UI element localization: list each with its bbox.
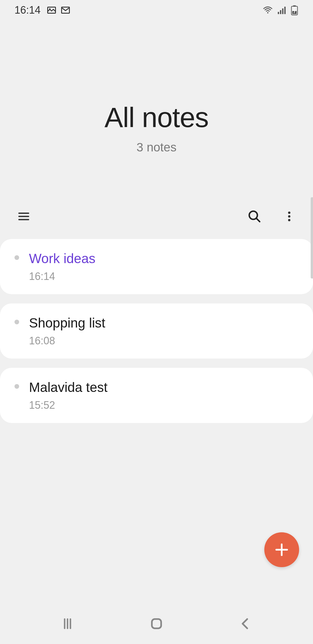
note-bullet-icon [14, 255, 19, 260]
picture-icon [46, 5, 57, 15]
scroll-indicator[interactable] [311, 197, 313, 278]
status-bar-left: 16:14 [14, 4, 71, 16]
battery-icon [290, 5, 299, 15]
svg-rect-7 [284, 7, 286, 14]
note-title: Shopping list [29, 315, 299, 331]
home-button[interactable] [138, 611, 175, 636]
status-time: 16:14 [14, 4, 41, 16]
navigation-bar [0, 603, 313, 644]
note-timestamp: 16:08 [29, 335, 299, 347]
more-vertical-icon [283, 210, 296, 223]
svg-point-3 [267, 12, 269, 14]
wifi-icon [263, 5, 273, 15]
header: All notes 3 notes [0, 20, 313, 195]
svg-point-18 [288, 219, 290, 221]
svg-point-1 [49, 8, 51, 10]
recents-button[interactable] [49, 611, 86, 636]
svg-rect-9 [293, 6, 296, 7]
toolbar-left [14, 207, 33, 226]
notes-count: 3 notes [0, 140, 313, 154]
search-button[interactable] [245, 207, 264, 226]
back-icon [239, 617, 252, 631]
note-bullet-icon [14, 384, 19, 389]
status-bar-right [263, 5, 299, 15]
svg-rect-4 [278, 12, 279, 14]
note-title: Work ideas [29, 251, 299, 266]
note-title: Malavida test [29, 379, 299, 395]
toolbar [0, 195, 313, 233]
home-icon [150, 617, 163, 631]
notes-list: Work ideas 16:14 Shopping list 16:08 Mal… [0, 239, 313, 423]
svg-rect-6 [282, 8, 284, 14]
note-item[interactable]: Malavida test 15:52 [0, 368, 313, 423]
note-timestamp: 16:14 [29, 270, 299, 283]
more-options-button[interactable] [280, 207, 299, 226]
signal-icon [276, 5, 287, 15]
search-icon [248, 209, 261, 223]
plus-icon [274, 542, 290, 558]
page-title: All notes [0, 102, 313, 133]
status-bar: 16:14 [0, 0, 313, 20]
menu-button[interactable] [14, 207, 33, 226]
add-note-button[interactable] [264, 532, 299, 567]
status-icons-left [46, 5, 71, 15]
svg-point-17 [288, 215, 290, 218]
back-button[interactable] [227, 611, 264, 636]
svg-point-16 [288, 211, 290, 214]
note-item[interactable]: Work ideas 16:14 [0, 239, 313, 294]
svg-rect-24 [152, 619, 161, 628]
note-bullet-icon [14, 320, 19, 324]
hamburger-icon [17, 210, 30, 223]
note-timestamp: 15:52 [29, 399, 299, 411]
recents-icon [61, 617, 74, 631]
svg-rect-5 [280, 10, 281, 14]
svg-line-15 [256, 218, 260, 222]
toolbar-right [245, 207, 299, 226]
note-item[interactable]: Shopping list 16:08 [0, 303, 313, 359]
mail-icon [60, 5, 71, 15]
